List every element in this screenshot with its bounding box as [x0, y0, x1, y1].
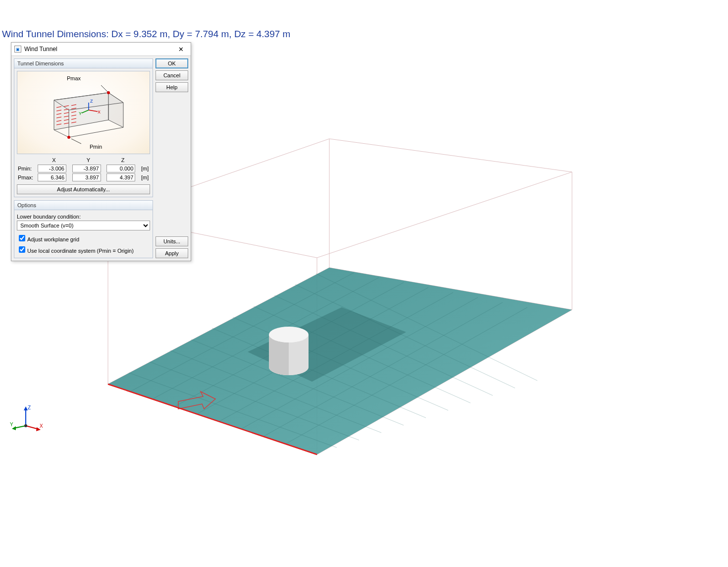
svg-point-72 — [67, 136, 70, 139]
svg-line-18 — [242, 297, 478, 429]
units-button[interactable]: Units... — [156, 236, 188, 246]
pmax-x-input[interactable] — [38, 173, 66, 181]
svg-point-32 — [269, 359, 309, 375]
col-z: Z — [105, 156, 140, 164]
svg-line-3 — [108, 384, 317, 454]
apply-button[interactable]: Apply — [156, 248, 188, 258]
pmin-unit: [m] — [140, 164, 150, 173]
svg-line-50 — [54, 130, 69, 137]
svg-text:Y: Y — [10, 422, 13, 427]
svg-line-28 — [274, 295, 493, 396]
wind-tunnel-dialog: ▣ Wind Tunnel ✕ Tunnel Dimensions Pmax — [11, 42, 191, 261]
svg-line-21 — [129, 373, 337, 448]
svg-text:Y: Y — [79, 111, 82, 116]
svg-line-22 — [150, 362, 359, 440]
dialog-title: Wind Tunnel — [24, 46, 57, 53]
svg-line-27 — [254, 306, 470, 403]
svg-line-30 — [316, 274, 537, 381]
section-options-header: Options — [14, 200, 153, 210]
svg-text:Z: Z — [90, 99, 93, 104]
svg-line-0 — [108, 268, 329, 384]
svg-line-15 — [175, 283, 404, 406]
pmin-z-input[interactable] — [106, 165, 135, 172]
svg-line-51 — [69, 127, 123, 137]
col-x: X — [37, 156, 71, 164]
svg-line-71 — [101, 85, 107, 92]
adjust-auto-button[interactable]: Adjust Automatically... — [17, 184, 150, 194]
pmax-unit: [m] — [140, 173, 150, 182]
svg-line-5 — [329, 139, 572, 172]
dialog-titlebar[interactable]: ▣ Wind Tunnel ✕ — [11, 43, 191, 56]
svg-text:Z: Z — [28, 405, 31, 410]
svg-line-19 — [264, 302, 503, 436]
coord-table: X Y Z Pmin: [m] Pmax: — [17, 156, 150, 182]
svg-text:X: X — [98, 110, 101, 114]
svg-line-2 — [317, 310, 572, 454]
section-dimensions-header: Tunnel Dimensions — [14, 58, 153, 68]
svg-marker-37 — [24, 406, 28, 410]
svg-marker-31 — [248, 307, 406, 382]
pmin-row-label: Pmin: — [17, 164, 37, 173]
close-icon[interactable]: ✕ — [174, 45, 188, 54]
svg-line-73 — [71, 139, 81, 144]
svg-point-45 — [24, 424, 27, 427]
use-local-checkbox[interactable]: Use local coordinate system (Pmin = Orig… — [17, 244, 150, 255]
ok-button[interactable]: OK — [156, 58, 188, 68]
pmax-y-input[interactable] — [72, 173, 101, 181]
pmax-label: Pmax — [67, 75, 81, 81]
svg-line-6 — [317, 172, 572, 258]
axis-gizmo: Z X Y — [10, 403, 45, 433]
svg-line-25 — [212, 328, 426, 418]
svg-line-20 — [286, 307, 527, 444]
pmin-x-input[interactable] — [38, 165, 66, 172]
pmax-row-label: Pmax: — [17, 173, 37, 182]
col-y: Y — [71, 156, 106, 164]
svg-line-26 — [233, 317, 448, 410]
tunnel-diagram: Pmax — [17, 71, 150, 154]
svg-text:X: X — [40, 423, 43, 429]
svg-rect-33 — [269, 335, 309, 367]
svg-line-24 — [191, 340, 404, 425]
pmax-z-input[interactable] — [106, 173, 135, 181]
svg-marker-12 — [108, 268, 572, 454]
adjust-workplane-checkbox[interactable]: Adjust workplane grid — [17, 232, 150, 244]
pmin-y-input[interactable] — [72, 165, 101, 172]
svg-line-35 — [108, 384, 317, 454]
page-title: Wind Tunnel Dimensions: Dx = 9.352 m, Dy… — [2, 29, 290, 40]
lbc-label: Lower boundary condition: — [17, 213, 150, 221]
svg-line-23 — [170, 350, 381, 433]
svg-line-1 — [329, 268, 572, 310]
svg-line-16 — [197, 287, 428, 414]
svg-line-17 — [219, 292, 453, 421]
app-icon: ▣ — [14, 46, 21, 53]
lbc-select[interactable]: Smooth Surface (v=0) — [17, 221, 150, 230]
svg-line-13 — [130, 273, 354, 392]
svg-line-14 — [153, 278, 379, 399]
svg-point-34 — [269, 327, 309, 342]
pmin-label: Pmin — [90, 144, 102, 150]
svg-line-29 — [295, 284, 515, 388]
help-button[interactable]: Help — [156, 82, 188, 92]
cancel-button[interactable]: Cancel — [156, 70, 188, 80]
